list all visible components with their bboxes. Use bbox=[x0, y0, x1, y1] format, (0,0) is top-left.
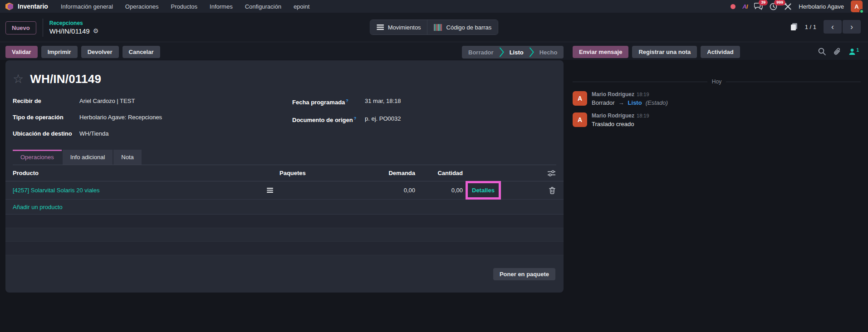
debug-tools-icon[interactable] bbox=[784, 3, 792, 10]
recording-indicator-icon[interactable] bbox=[731, 4, 736, 9]
field-label-recibir-de: Recibir de bbox=[13, 97, 79, 105]
chatter-message: A Mario Rodríguez18:19 Traslado creado bbox=[573, 112, 861, 127]
follower-icon bbox=[848, 48, 856, 55]
paperclip-icon[interactable] bbox=[834, 48, 841, 55]
pager-count: 1 / 1 bbox=[805, 24, 816, 30]
favorite-star-icon[interactable]: ☆ bbox=[13, 73, 24, 85]
drag-handle-icon[interactable] bbox=[260, 188, 280, 193]
field-label-documento-origen: Documento de origen? bbox=[292, 115, 365, 124]
message-time: 18:19 bbox=[637, 113, 649, 118]
state-arrow-icon bbox=[499, 47, 504, 58]
log-note-button[interactable]: Registrar una nota bbox=[632, 46, 697, 58]
company-name[interactable]: Herbolario Agave bbox=[799, 3, 844, 10]
notebook-icon[interactable] bbox=[790, 23, 798, 31]
column-producto[interactable]: Producto bbox=[5, 170, 260, 176]
ai-app-icon[interactable]: AI bbox=[742, 3, 747, 10]
table-row: [4257] Solarvital Solaris 20 viales 0,00… bbox=[5, 181, 564, 200]
state-hecho[interactable]: Hecho bbox=[539, 49, 558, 56]
pager-previous-button[interactable]: ‹ bbox=[824, 20, 842, 34]
screen: Inventario Información general Operacion… bbox=[0, 0, 868, 332]
main-menu: Información general Operaciones Producto… bbox=[61, 3, 309, 10]
followers-button[interactable]: 1 bbox=[848, 48, 859, 55]
followers-count: 1 bbox=[856, 48, 859, 53]
validate-button[interactable]: Validar bbox=[5, 46, 38, 58]
hamburger-icon bbox=[377, 24, 384, 30]
menu-epoint[interactable]: epoint bbox=[294, 3, 309, 10]
send-message-button[interactable]: Enviar mensaje bbox=[573, 46, 628, 58]
barcode-icon bbox=[434, 24, 442, 31]
form-sheet: ☆ WH/IN/01149 Recibir de Ariel Cardozo |… bbox=[5, 60, 564, 293]
state-listo[interactable]: Listo bbox=[510, 49, 524, 56]
messages-menu[interactable]: 39 bbox=[754, 3, 763, 10]
activities-menu[interactable]: 999 bbox=[770, 3, 777, 10]
state-change-from: Borrador bbox=[592, 99, 615, 106]
avatar[interactable]: A bbox=[573, 91, 587, 106]
help-icon[interactable]: ? bbox=[346, 98, 348, 103]
message-body: Traslado creado bbox=[592, 121, 634, 127]
breadcrumb-parent-link[interactable]: Recepciones bbox=[49, 20, 99, 27]
put-in-pack-button[interactable]: Poner en paquete bbox=[493, 268, 555, 280]
action-bar: Validar Imprimir Devolver Cancelar Borra… bbox=[0, 42, 868, 60]
activity-button[interactable]: Actividad bbox=[701, 46, 740, 58]
tab-operaciones[interactable]: Operaciones bbox=[13, 150, 62, 165]
column-paquetes[interactable]: Paquetes bbox=[280, 170, 368, 176]
help-icon[interactable]: ? bbox=[354, 116, 357, 121]
table-header: Producto Paquetes Demanda Cantidad bbox=[5, 165, 564, 181]
menu-operaciones[interactable]: Operaciones bbox=[125, 3, 159, 10]
record-title: WH/IN/01149 bbox=[30, 72, 101, 86]
add-product-link[interactable]: Añadir un producto bbox=[5, 200, 564, 215]
optional-columns-icon[interactable] bbox=[548, 170, 555, 176]
state-borrador[interactable]: Borrador bbox=[468, 49, 494, 56]
field-input-documento-origen[interactable]: p. ej. PO0032 bbox=[365, 115, 401, 124]
avatar[interactable]: A bbox=[573, 112, 587, 127]
detalles-button[interactable]: Detalles bbox=[472, 187, 495, 194]
menu-informes[interactable]: Informes bbox=[210, 3, 233, 10]
state-arrow-icon bbox=[529, 47, 534, 58]
field-value-recibir-de[interactable]: Ariel Cardozo | TEST bbox=[79, 97, 135, 105]
chevron-left-icon: ‹ bbox=[831, 23, 834, 31]
breadcrumb: Recepciones WH/IN/01149 ⚙ bbox=[43, 19, 99, 37]
trash-icon[interactable] bbox=[549, 187, 555, 194]
field-label-fecha-programada: Fecha programada? bbox=[292, 97, 365, 106]
cell-demanda[interactable]: 0,00 bbox=[368, 187, 415, 194]
message-time: 18:19 bbox=[637, 92, 649, 97]
app-name[interactable]: Inventario bbox=[18, 3, 48, 10]
view-switcher: Movimientos Código de barras bbox=[370, 20, 499, 35]
chevron-right-icon: › bbox=[850, 23, 853, 31]
column-cantidad[interactable]: Cantidad bbox=[415, 170, 463, 176]
app-logo-icon[interactable] bbox=[5, 3, 13, 10]
message-author[interactable]: Mario Rodríguez bbox=[592, 91, 634, 98]
menu-informacion-general[interactable]: Información general bbox=[61, 3, 113, 10]
print-button[interactable]: Imprimir bbox=[41, 46, 78, 58]
arrow-right-icon: → bbox=[618, 99, 624, 106]
empty-row bbox=[5, 242, 564, 255]
search-icon[interactable] bbox=[818, 48, 826, 55]
product-link[interactable]: [4257] Solarvital Solaris 20 viales bbox=[5, 187, 260, 194]
tab-nota[interactable]: Nota bbox=[113, 150, 141, 165]
menu-productos[interactable]: Productos bbox=[171, 3, 198, 10]
activities-badge: 999 bbox=[774, 0, 785, 5]
status-pipeline: Borrador Listo Hecho bbox=[462, 46, 564, 59]
menu-configuracion[interactable]: Configuración bbox=[245, 3, 281, 10]
pager-next-button[interactable]: › bbox=[843, 20, 861, 34]
field-value-ubicacion-destino[interactable]: WH/Tienda bbox=[79, 130, 109, 137]
field-value-fecha-programada[interactable]: 31 mar, 18:18 bbox=[365, 97, 401, 106]
chatter-message: A Mario Rodríguez18:19 Borrador → Listo … bbox=[573, 91, 861, 106]
column-demanda[interactable]: Demanda bbox=[368, 170, 415, 176]
gear-icon[interactable]: ⚙ bbox=[93, 27, 99, 35]
return-button[interactable]: Devolver bbox=[81, 46, 119, 58]
new-button[interactable]: Nuevo bbox=[5, 21, 36, 34]
user-avatar[interactable]: A bbox=[851, 0, 863, 12]
chatter-panel: Hoy A Mario Rodríguez18:19 Borrador → Li… bbox=[567, 60, 868, 332]
empty-row bbox=[5, 228, 564, 242]
empty-row bbox=[5, 215, 564, 228]
barcode-button[interactable]: Código de barras bbox=[427, 20, 498, 34]
field-value-tipo-operacion[interactable]: Herbolario Agave: Recepciones bbox=[79, 113, 162, 121]
tab-info-adicional[interactable]: Info adicional bbox=[63, 150, 113, 165]
messages-badge: 39 bbox=[759, 0, 768, 5]
message-author[interactable]: Mario Rodríguez bbox=[592, 112, 634, 119]
movimientos-button[interactable]: Movimientos bbox=[370, 20, 427, 34]
cell-cantidad[interactable]: 0,00 bbox=[415, 187, 463, 194]
cancel-button[interactable]: Cancelar bbox=[123, 46, 160, 58]
field-label-tipo-operacion: Tipo de operación bbox=[13, 113, 79, 121]
